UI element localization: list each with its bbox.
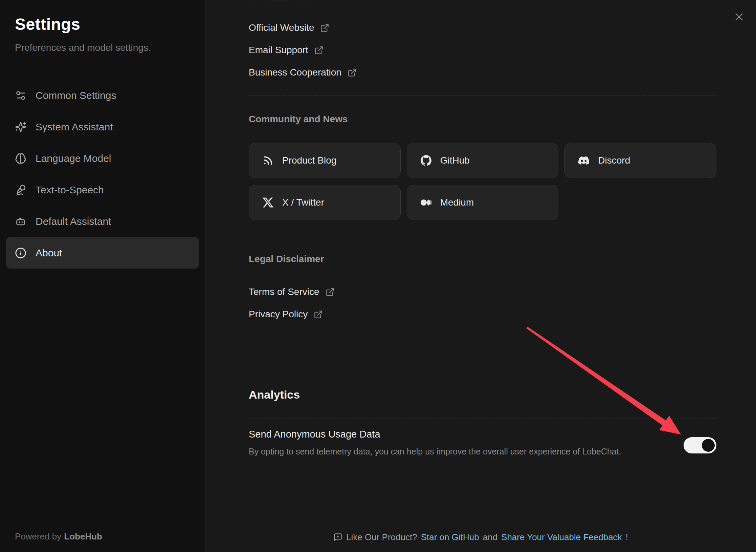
powered-by-text: Powered by [15, 531, 61, 542]
telemetry-setting-description: By opting to send telemetry data, you ca… [249, 446, 621, 457]
official-website-link[interactable]: Official Website [249, 17, 329, 39]
sidebar-item-about[interactable]: About [6, 237, 199, 269]
share-feedback-link[interactable]: Share Your Valuable Feedback [501, 532, 622, 543]
sidebar-item-label: Text-to-Speech [36, 184, 104, 196]
link-label: Terms of Service [249, 286, 319, 297]
info-icon [15, 247, 26, 259]
sidebar-item-label: Common Settings [36, 90, 116, 101]
external-link-icon [348, 68, 357, 77]
external-link-icon [326, 288, 335, 297]
feedback-footer: Like Our Product? Star on GitHub and Sha… [205, 532, 756, 543]
section-divider [249, 419, 716, 419]
section-divider [249, 95, 716, 95]
sidebar-item-label: System Assistant [36, 121, 113, 133]
footer-middle: and [483, 532, 497, 543]
telemetry-setting-row: Send Anonymous Usage Data By opting to s… [249, 428, 716, 457]
privacy-policy-link[interactable]: Privacy Policy [249, 303, 323, 325]
star-on-github-link[interactable]: Star on GitHub [421, 532, 479, 543]
community-heading: Community and News [249, 113, 716, 125]
external-link-icon [320, 23, 329, 33]
toggle-knob [702, 439, 715, 452]
sidebar-item-common-settings[interactable]: Common Settings [6, 80, 199, 111]
telemetry-setting-title: Send Anonymous Usage Data [249, 428, 621, 441]
sparkles-icon [15, 121, 26, 133]
legal-links: Terms of Service Privacy Policy [249, 281, 716, 325]
github-icon [421, 155, 431, 166]
link-label: Email Support [249, 45, 308, 56]
button-label: Discord [598, 155, 630, 166]
brain-icon [15, 153, 26, 164]
footer-prefix: Like Our Product? [346, 532, 417, 543]
link-label: Privacy Policy [249, 309, 308, 320]
lobehub-brand[interactable]: LobeHub [64, 531, 102, 542]
sidebar-item-label: About [36, 247, 62, 259]
sidebar-item-text-to-speech[interactable]: Text-to-Speech [6, 174, 199, 206]
medium-icon [421, 197, 431, 208]
legal-heading: Legal Disclaimer [249, 253, 716, 265]
powered-by: Powered byLobeHub [15, 531, 102, 542]
settings-sidebar: Settings Preferences and model settings.… [0, 0, 205, 552]
close-icon [734, 12, 744, 22]
external-link-icon [314, 46, 324, 55]
link-label: Business Cooperation [249, 67, 341, 78]
sidebar-item-language-model[interactable]: Language Model [6, 143, 199, 174]
bot-icon [15, 216, 26, 227]
close-button[interactable] [734, 12, 744, 22]
sidebar-item-default-assistant[interactable]: Default Assistant [6, 206, 199, 237]
page-title: Settings [15, 15, 199, 34]
link-label: Official Website [249, 22, 314, 33]
message-bubble-icon [333, 533, 342, 542]
button-label: Medium [440, 197, 474, 208]
telemetry-toggle[interactable] [684, 437, 716, 453]
sidebar-header: Settings Preferences and model settings. [0, 0, 205, 53]
footer-suffix: ! [626, 532, 628, 543]
business-cooperation-link[interactable]: Business Cooperation [249, 61, 357, 84]
community-buttons: Product Blog GitHub Discord X / Twitter [249, 143, 716, 220]
button-label: Product Blog [282, 155, 336, 166]
x-icon [263, 197, 273, 208]
sliders-icon [15, 90, 26, 101]
medium-button[interactable]: Medium [407, 185, 559, 220]
contact-links: Official Website Email Support Business … [249, 17, 716, 84]
discord-button[interactable]: Discord [564, 143, 716, 178]
mic-icon [15, 184, 26, 196]
contact-us-heading: Contact Us [249, 0, 309, 3]
settings-modal: Settings Preferences and model settings.… [0, 0, 756, 552]
button-label: GitHub [440, 155, 470, 166]
rss-icon [263, 155, 273, 166]
email-support-link[interactable]: Email Support [249, 39, 324, 61]
discord-icon [578, 155, 589, 166]
x-twitter-button[interactable]: X / Twitter [249, 185, 401, 220]
github-button[interactable]: GitHub [407, 143, 559, 178]
about-panel: Contact Us Official Website Email Suppor… [205, 0, 756, 552]
product-blog-button[interactable]: Product Blog [249, 143, 401, 178]
section-divider [249, 236, 716, 236]
telemetry-setting-text: Send Anonymous Usage Data By opting to s… [249, 428, 621, 457]
button-label: X / Twitter [282, 197, 324, 208]
analytics-heading: Analytics [249, 387, 716, 402]
terms-of-service-link[interactable]: Terms of Service [249, 281, 335, 303]
external-link-icon [314, 310, 323, 319]
sidebar-item-label: Language Model [36, 153, 111, 164]
sidebar-nav: Common Settings System Assistant Languag… [0, 80, 205, 269]
sidebar-item-label: Default Assistant [36, 216, 111, 227]
page-subtitle: Preferences and model settings. [15, 42, 199, 53]
sidebar-item-system-assistant[interactable]: System Assistant [6, 111, 199, 143]
